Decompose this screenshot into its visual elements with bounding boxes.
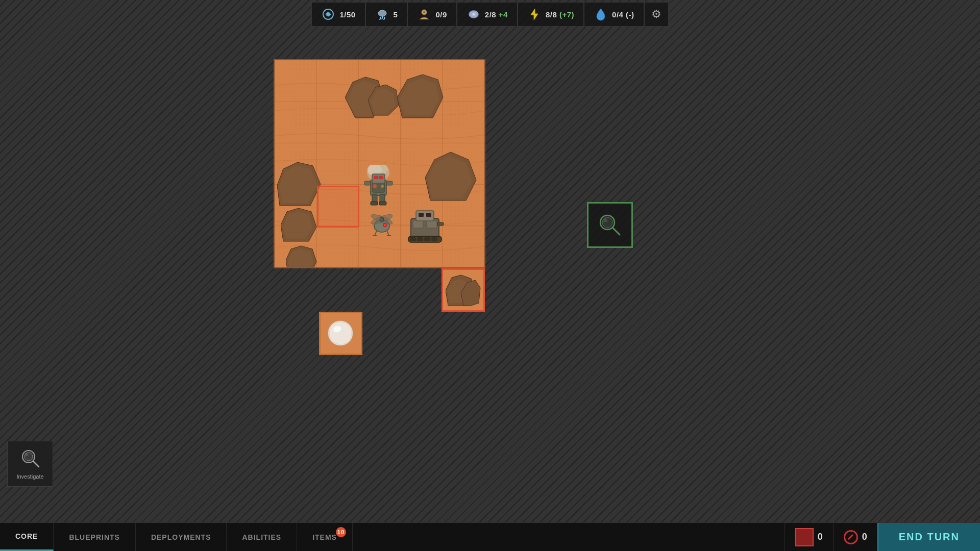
investigate-panel-right[interactable]: [587, 202, 633, 248]
selected-cell[interactable]: [317, 186, 359, 228]
unit-heavy[interactable]: [403, 203, 447, 246]
bottom-right: 0 0 END TURN: [785, 523, 980, 551]
top-hud: 1/50 5 0/9: [0, 0, 980, 29]
tab-blueprints[interactable]: BLUEPRINTS: [54, 523, 135, 551]
resource-counter-1: 0: [785, 523, 833, 551]
units-icon: [417, 7, 431, 21]
svg-rect-42: [364, 181, 371, 185]
hud-water: 0/4 (-): [584, 2, 644, 27]
weather-icon: [375, 7, 389, 21]
hud-supplies: 2/8 +4: [457, 2, 518, 27]
settings-button[interactable]: ⚙: [644, 2, 669, 27]
items-badge: 10: [336, 527, 346, 537]
hud-units: 0/9: [407, 2, 456, 27]
resource-value-1: 0: [818, 532, 823, 542]
svg-rect-43: [386, 181, 393, 185]
game-area: Investigate: [0, 29, 980, 522]
svg-point-53: [380, 217, 384, 221]
rock-top-center: [345, 74, 401, 120]
svg-point-79: [602, 217, 612, 228]
svg-point-84: [25, 453, 28, 456]
svg-rect-68: [417, 237, 423, 241]
svg-line-4: [382, 16, 383, 19]
tab-deployments[interactable]: DEPLOYMENTS: [136, 523, 227, 551]
hud-weather: 5: [365, 2, 408, 27]
svg-rect-69: [424, 237, 430, 241]
investigate-label: Investigate: [16, 473, 43, 480]
svg-point-59: [384, 224, 386, 226]
svg-rect-61: [413, 220, 423, 228]
tab-abilities[interactable]: ABILITIES: [227, 523, 297, 551]
investigate-button[interactable]: Investigate: [7, 441, 53, 487]
map-extension-rocks[interactable]: [442, 268, 485, 312]
svg-line-3: [380, 17, 381, 20]
energy-icon: [527, 7, 542, 21]
supplies-value: 2/8 +4: [485, 10, 508, 19]
svg-marker-11: [531, 9, 538, 20]
missions-icon: [321, 7, 335, 21]
no-entry-icon: [844, 530, 858, 544]
settings-icon: ⚙: [651, 8, 662, 21]
weather-value: 5: [394, 10, 398, 19]
unit-small-flyer[interactable]: [361, 203, 402, 244]
svg-rect-39: [372, 174, 385, 183]
svg-line-5: [384, 17, 385, 20]
svg-rect-62: [427, 220, 437, 228]
svg-line-81: [612, 228, 620, 235]
svg-line-54: [375, 231, 377, 236]
svg-point-75: [328, 321, 353, 345]
resource-counter-2: 0: [833, 523, 877, 551]
svg-rect-65: [426, 213, 431, 217]
end-turn-button[interactable]: END TURN: [877, 523, 980, 551]
magnifier-icon-left: [20, 448, 40, 471]
tab-items[interactable]: ITEMS 10: [297, 523, 353, 551]
svg-point-80: [603, 218, 607, 222]
svg-point-48: [373, 184, 377, 188]
svg-rect-40: [374, 176, 378, 179]
water-value: 0/4 (-): [612, 10, 634, 19]
resource-box-ore: [795, 528, 814, 546]
rock-mid-right: [425, 152, 484, 203]
bottom-bar: CORE BLUEPRINTS DEPLOYMENTS ABILITIES IT…: [0, 522, 980, 551]
item-orb-cell[interactable]: [319, 312, 362, 355]
rock-top-right: [397, 74, 458, 120]
hud-missions: 1/50: [311, 2, 365, 27]
tab-core[interactable]: CORE: [0, 523, 54, 551]
svg-rect-70: [431, 237, 437, 241]
resource-value-2: 0: [862, 532, 867, 542]
energy-value: 8/8 (+7): [546, 10, 574, 19]
game-map[interactable]: [274, 59, 485, 268]
rock-bottom-left: [281, 206, 322, 244]
svg-line-55: [387, 231, 389, 236]
svg-point-49: [381, 185, 384, 188]
mech-unit-main[interactable]: [355, 162, 401, 208]
rock-small-bottom: [286, 244, 322, 268]
svg-point-1: [327, 13, 330, 16]
svg-point-7: [423, 11, 425, 13]
svg-rect-71: [437, 222, 444, 226]
svg-point-2: [378, 10, 386, 16]
svg-rect-64: [419, 213, 424, 217]
hud-energy: 8/8 (+7): [518, 2, 584, 27]
tab-group: CORE BLUEPRINTS DEPLOYMENTS ABILITIES IT…: [0, 523, 785, 551]
supplies-icon: [467, 7, 481, 21]
svg-rect-67: [410, 237, 416, 241]
missions-value: 1/50: [339, 10, 355, 19]
svg-point-10: [473, 13, 475, 15]
svg-rect-41: [379, 176, 383, 179]
water-icon: [594, 7, 608, 21]
units-value: 0/9: [435, 10, 447, 19]
magnifier-icon-right: [597, 212, 623, 238]
svg-line-85: [33, 461, 39, 467]
